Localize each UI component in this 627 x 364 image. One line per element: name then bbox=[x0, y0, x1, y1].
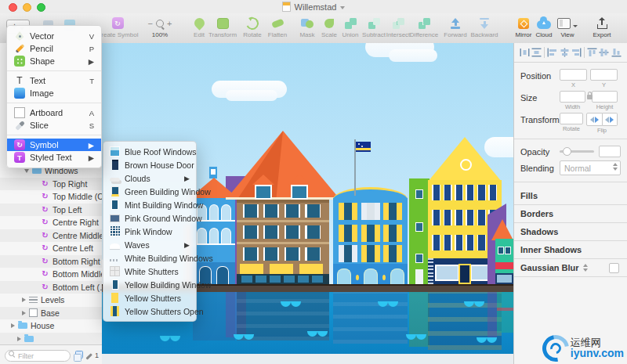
titlebar[interactable]: Willemstad bbox=[0, 0, 627, 13]
menu-item-shape[interactable]: Shape▶ bbox=[7, 55, 101, 67]
toolbar-transform[interactable]: Transform bbox=[207, 16, 238, 38]
submenu-item-white-shutters[interactable]: White Shutters bbox=[103, 265, 196, 278]
layer-row[interactable]: Centre Right bbox=[0, 216, 102, 229]
submenu-item-white-building-windows[interactable]: White Building Windows bbox=[103, 251, 196, 265]
stepper-icon bbox=[613, 163, 618, 171]
menu-item-pencil[interactable]: PencilP bbox=[7, 42, 101, 55]
flip-horizontal-button[interactable] bbox=[586, 113, 603, 126]
view-icon bbox=[557, 18, 571, 29]
submenu-item-mint-building-window[interactable]: Mint Building Window bbox=[103, 198, 196, 211]
layer-row[interactable]: Bottom Left (… bbox=[0, 281, 102, 294]
submenu-item-clouds[interactable]: Clouds▶ bbox=[103, 171, 196, 185]
menu-item-symbol[interactable]: Symbol▶ bbox=[7, 139, 101, 151]
menu-item-text[interactable]: TextT bbox=[7, 74, 101, 87]
brown-building-roof[interactable] bbox=[226, 131, 340, 200]
pages-icon[interactable] bbox=[75, 351, 83, 359]
disclosure-closed-icon[interactable] bbox=[20, 297, 27, 302]
symbol-instance-icon bbox=[41, 270, 49, 278]
rotate-input[interactable] bbox=[560, 113, 583, 124]
layer-row[interactable]: Centre Middle bbox=[0, 229, 102, 243]
disclosure-open-icon[interactable] bbox=[24, 169, 30, 173]
layer-group-partial[interactable] bbox=[0, 333, 102, 346]
section-inner-shadows[interactable]: Inner Shadows bbox=[514, 241, 627, 259]
align-middle-vertical-icon[interactable] bbox=[599, 48, 609, 57]
search-icon bbox=[9, 351, 14, 356]
toolbar-flatten[interactable]: Flatten bbox=[262, 16, 293, 38]
cloud-shape[interactable] bbox=[365, 43, 434, 57]
section-gaussian-blur[interactable]: Gaussian Blur bbox=[514, 259, 627, 277]
align-top-icon[interactable] bbox=[587, 48, 597, 57]
menu-item-image[interactable]: Image bbox=[7, 87, 101, 99]
toolbar-backward[interactable]: Backward bbox=[469, 16, 500, 38]
layer-row[interactable]: Top Right bbox=[0, 178, 102, 191]
position-x-input[interactable] bbox=[560, 69, 587, 81]
toolbar-export[interactable]: Export bbox=[586, 16, 618, 38]
layer-group-base[interactable]: Base bbox=[0, 307, 102, 320]
layer-row[interactable]: Centre Left bbox=[0, 242, 102, 255]
layer-row[interactable]: Top Left bbox=[0, 204, 102, 217]
section-shadows[interactable]: Shadows bbox=[514, 223, 627, 241]
submenu-item-yellow-building-window[interactable]: Yellow Building Window bbox=[103, 278, 196, 291]
submenu-item-brown-house-door[interactable]: Brown House Door bbox=[103, 158, 196, 171]
curacao-flag[interactable] bbox=[356, 142, 371, 152]
distribute-horizontally-icon[interactable] bbox=[520, 48, 530, 57]
layer-row[interactable]: Bottom Right bbox=[0, 255, 102, 268]
title-caret-icon[interactable] bbox=[340, 6, 345, 9]
building-green[interactable] bbox=[409, 178, 429, 284]
layer-group-house[interactable]: House bbox=[0, 319, 102, 333]
align-left-icon[interactable] bbox=[547, 48, 557, 57]
height-input[interactable] bbox=[592, 91, 618, 103]
menu-item-vector[interactable]: VectorV bbox=[7, 30, 101, 42]
submenu-item-pink-window[interactable]: Pink Window bbox=[103, 225, 196, 238]
zoom-in-button[interactable]: + bbox=[167, 19, 172, 28]
menu-item-artboard[interactable]: ArtboardA bbox=[7, 106, 101, 119]
align-center-horizontal-icon[interactable] bbox=[560, 48, 570, 57]
blending-select[interactable]: Normal bbox=[560, 160, 621, 175]
position-y-input[interactable] bbox=[590, 69, 618, 81]
distribute-vertically-icon[interactable] bbox=[531, 48, 542, 57]
toolbar-forward[interactable]: Forward bbox=[440, 16, 471, 38]
section-fills[interactable]: Fills bbox=[514, 187, 627, 205]
zoom-out-button[interactable]: − bbox=[148, 19, 153, 28]
section-borders[interactable]: Borders bbox=[514, 205, 627, 223]
document-title[interactable]: Willemstad bbox=[295, 2, 337, 12]
flip-vertical-button[interactable] bbox=[603, 113, 618, 126]
gaussian-blur-checkbox[interactable] bbox=[609, 263, 619, 273]
menu-item-styled-text[interactable]: Styled Text▶ bbox=[7, 151, 101, 164]
stepper-icon[interactable] bbox=[583, 264, 588, 272]
layer-row[interactable]: Top Middle (O… bbox=[0, 190, 102, 204]
pencil-icon[interactable] bbox=[85, 353, 92, 359]
cloud-shape[interactable] bbox=[212, 81, 287, 98]
slider-knob[interactable] bbox=[563, 147, 571, 156]
building-blue-shutters[interactable] bbox=[333, 198, 408, 284]
submenu-item-yellow-shutters-open[interactable]: Yellow Shutters Open bbox=[103, 305, 196, 318]
submenu-item-pink-ground-window[interactable]: Pink Ground Window bbox=[103, 211, 196, 225]
disclosure-closed-icon[interactable] bbox=[20, 311, 27, 315]
building-brown[interactable] bbox=[237, 200, 329, 284]
align-right-icon[interactable] bbox=[571, 48, 582, 57]
layer-row[interactable]: Bottom Middle bbox=[0, 268, 102, 281]
backward-icon bbox=[479, 18, 490, 29]
submenu-item-blue-roof-windows[interactable]: Blue Roof Windows bbox=[103, 145, 196, 158]
building-mint[interactable] bbox=[495, 239, 513, 284]
align-bottom-icon[interactable] bbox=[611, 48, 622, 57]
disclosure-closed-icon[interactable] bbox=[9, 323, 16, 328]
divider bbox=[514, 182, 627, 182]
layer-group-levels[interactable]: Levels bbox=[0, 294, 102, 307]
opacity-input[interactable] bbox=[599, 146, 621, 157]
submenu-item-yellow-shutters[interactable]: Yellow Shutters bbox=[103, 291, 196, 305]
cloud-shape[interactable] bbox=[484, 137, 513, 157]
width-input[interactable] bbox=[560, 91, 585, 103]
arched-ground-floor bbox=[333, 264, 408, 284]
toolbar-view[interactable]: View bbox=[552, 16, 583, 38]
disclosure-closed-icon[interactable] bbox=[16, 337, 22, 341]
menu-item-slice[interactable]: SliceS bbox=[7, 119, 101, 132]
toolbar-difference[interactable]: Difference bbox=[408, 16, 440, 38]
window-row bbox=[243, 225, 323, 239]
submenu-item-waves[interactable]: Waves▶ bbox=[103, 238, 196, 251]
opacity-slider[interactable] bbox=[560, 150, 594, 153]
zoom-control[interactable]: − + 100% bbox=[142, 16, 178, 38]
building-blue-arcade[interactable] bbox=[193, 198, 235, 284]
lock-icon[interactable] bbox=[587, 95, 593, 99]
submenu-item-green-building-window[interactable]: Green Building Window bbox=[103, 185, 196, 198]
